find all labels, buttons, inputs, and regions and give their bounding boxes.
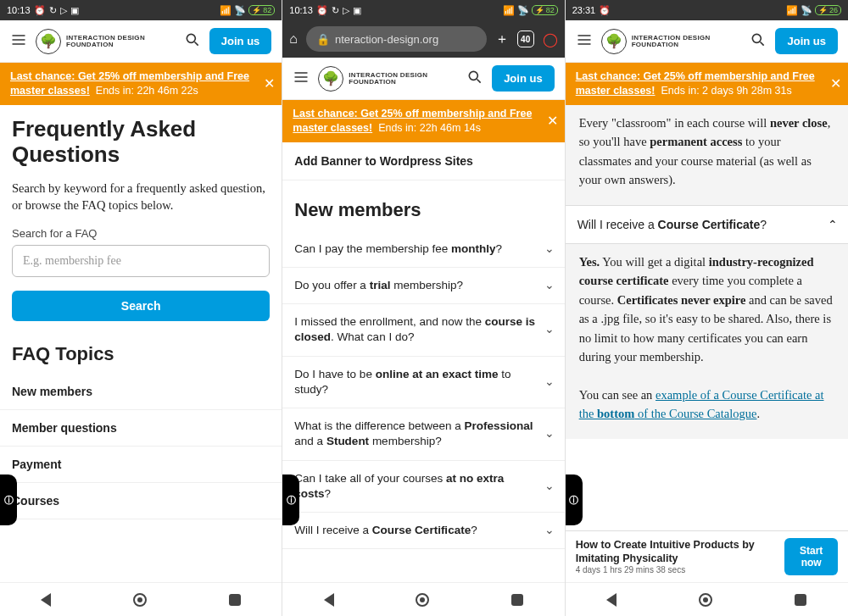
nav-recents-icon[interactable] [229, 594, 241, 606]
battery-indicator: ⚡82 [532, 5, 558, 15]
faq-item[interactable]: Do I have to be online at an exact time … [282, 357, 564, 408]
wifi-icon: 📡 [517, 5, 529, 16]
status-time: 23:31 [572, 5, 596, 15]
status-time: 10:13 [7, 5, 31, 15]
nav-home-icon[interactable] [699, 593, 712, 607]
signal-icon: 📶 [220, 5, 232, 16]
nav-home-icon[interactable] [416, 593, 429, 607]
answer-certificate: Yes. You will get a digital industry-rec… [566, 244, 848, 439]
nav-recents-icon[interactable] [795, 594, 806, 606]
tab-count[interactable]: 40 [517, 31, 534, 47]
nav-recents-icon[interactable] [511, 594, 523, 606]
chevron-down-icon: ⌄ [544, 426, 555, 441]
page-lead: Search by keyword for a frequently asked… [0, 173, 282, 228]
chevron-down-icon: ⌄ [544, 479, 555, 494]
search-icon[interactable] [750, 31, 767, 52]
faq-item-banner[interactable]: Add Banner to Wordpress Sites [282, 142, 564, 180]
wifi-icon: 📡 [801, 5, 812, 16]
close-icon[interactable]: ✕ [264, 75, 275, 93]
alarm-icon: ⏰ [599, 5, 611, 16]
join-button[interactable]: Join us [209, 28, 272, 54]
status-time: 10:13 [289, 5, 313, 15]
section-heading: New members [282, 180, 564, 231]
hamburger-icon[interactable] [293, 69, 310, 89]
faq-landing: Frequently Asked Questions Search by key… [0, 105, 282, 616]
search-icon[interactable] [184, 31, 201, 52]
topic-courses[interactable]: Courses [0, 483, 282, 519]
play-icon: ▷ [343, 5, 349, 16]
join-button[interactable]: Join us [492, 65, 555, 92]
opera-icon[interactable]: ◯ [543, 31, 558, 47]
cast-icon: ▣ [353, 5, 361, 16]
alarm-icon: ⏰ [316, 5, 328, 16]
nav-back-icon[interactable] [41, 593, 51, 607]
promo-banner[interactable]: Last chance: Get 25% off membership and … [0, 63, 282, 105]
battery-indicator: ⚡26 [815, 5, 841, 15]
android-status-bar: 10:13 ⏰ ↻ ▷ ▣ 📶 📡 ⚡82 [282, 0, 564, 20]
battery-indicator: ⚡82 [248, 5, 275, 15]
topic-member-questions[interactable]: Member questions [0, 410, 282, 447]
search-icon[interactable] [466, 69, 483, 89]
app-header: 🌳 INTERACTION DESIGN FOUNDATION Join us [0, 20, 282, 63]
answer-previous: Every "classroom" in each course will ne… [566, 105, 848, 205]
android-status-bar: 10:13 ⏰ ↻ ▷ ▣ 📶 📡 ⚡82 [0, 0, 282, 20]
screenshot-3: 23:31 ⏰ 📶 📡 ⚡26 🌳 INTERACTION DESIGN FOU… [566, 0, 848, 616]
alarm-icon: ⏰ [34, 5, 46, 16]
faq-item[interactable]: Can I take all of your courses at no ext… [282, 461, 564, 513]
svg-point-1 [469, 71, 477, 80]
faq-item[interactable]: What is the difference between a Profess… [282, 408, 564, 460]
nav-back-icon[interactable] [324, 593, 334, 607]
browser-home-icon[interactable]: ⌂ [289, 31, 298, 47]
nav-back-icon[interactable] [606, 593, 616, 607]
tree-icon: 🌳 [601, 29, 627, 54]
faq-list: Add Banner to Wordpress Sites New member… [282, 142, 564, 616]
cta-countdown: 4 days 1 hrs 29 mins 38 secs [576, 565, 777, 574]
close-icon[interactable]: ✕ [830, 75, 841, 93]
tree-icon: 🌳 [318, 66, 343, 92]
address-bar[interactable]: 🔒 nteraction-design.org [306, 26, 487, 52]
faq-item[interactable]: I missed the enrollment, and now the cou… [282, 304, 564, 356]
brand-logo[interactable]: 🌳 INTERACTION DESIGN FOUNDATION [36, 29, 145, 54]
chevron-down-icon: ⌄ [544, 322, 555, 337]
cast-icon: ▣ [70, 5, 79, 16]
faq-item[interactable]: Will I receive a Course Certificate?⌄ [282, 513, 564, 549]
join-button[interactable]: Join us [775, 28, 838, 54]
hamburger-icon[interactable] [10, 31, 27, 52]
tree-icon: 🌳 [36, 29, 61, 54]
chevron-up-icon: ⌃ [828, 218, 838, 231]
browser-url-bar: ⌂ 🔒 nteraction-design.org ＋ 40 ◯ [282, 20, 564, 58]
topic-payment[interactable]: Payment [0, 447, 282, 483]
cta-title: How to Create Intuitive Products by Imit… [576, 539, 777, 565]
wifi-icon: 📡 [234, 5, 246, 16]
nav-home-icon[interactable] [133, 593, 147, 607]
info-tab-icon[interactable]: ⓘ [282, 474, 299, 525]
faq-item[interactable]: Do you offer a trial membership?⌄ [282, 268, 564, 304]
start-now-button[interactable]: Start now [784, 538, 838, 575]
android-nav-bar [282, 582, 564, 616]
brand-logo[interactable]: 🌳 INTERACTION DESIGN FOUNDATION [601, 29, 711, 54]
lock-icon: 🔒 [316, 33, 330, 46]
chevron-down-icon: ⌄ [544, 375, 555, 390]
promo-banner[interactable]: Last chance: Get 25% off membership and … [282, 100, 564, 142]
topic-new-members[interactable]: New members [0, 374, 282, 410]
brand-logo[interactable]: 🌳 INTERACTION DESIGN FOUNDATION [318, 66, 427, 92]
search-button[interactable]: Search [12, 291, 270, 321]
sync-icon: ↻ [49, 5, 57, 16]
close-icon[interactable]: ✕ [547, 112, 558, 130]
hamburger-icon[interactable] [576, 31, 593, 52]
url-host: nteraction-design.org [335, 33, 438, 46]
faq-item[interactable]: Can I pay the membership fee monthly?⌄ [282, 231, 564, 268]
app-header: 🌳 INTERACTION DESIGN FOUNDATION Join us [282, 58, 564, 100]
info-tab-icon[interactable]: ⓘ [566, 474, 583, 525]
play-icon: ▷ [60, 5, 67, 16]
chevron-down-icon: ⌄ [544, 278, 555, 293]
chevron-down-icon: ⌄ [544, 523, 555, 538]
promo-banner[interactable]: Last chance: Get 25% off membership and … [566, 63, 848, 105]
sync-icon: ↻ [332, 5, 339, 16]
search-input[interactable]: E.g. membership fee [12, 245, 270, 277]
info-tab-icon[interactable]: ⓘ [0, 474, 17, 525]
new-tab-icon[interactable]: ＋ [495, 31, 509, 48]
android-status-bar: 23:31 ⏰ 📶 📡 ⚡26 [566, 0, 848, 20]
faq-item-open[interactable]: Will I receive a Course Certificate? ⌃ [566, 205, 848, 244]
svg-point-2 [753, 34, 762, 42]
